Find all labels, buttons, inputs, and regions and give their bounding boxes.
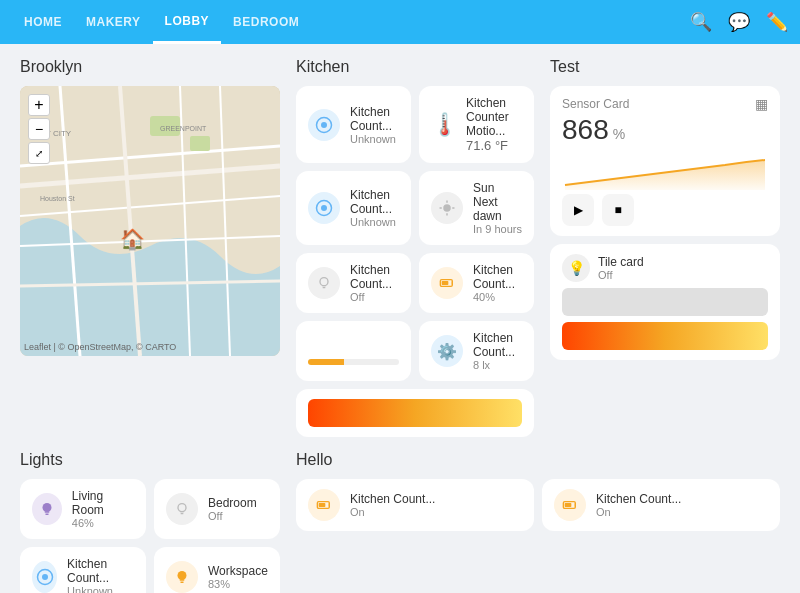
tile-gradient-bar bbox=[562, 322, 768, 350]
living-room-name: Living Room bbox=[72, 489, 134, 517]
battery-card-status: 40% bbox=[473, 291, 522, 303]
kitchen-section: Kitchen Kitchen Count...Unknown 🌡️ Kitch… bbox=[296, 58, 534, 437]
sensor-card-unit: % bbox=[613, 126, 625, 142]
navigation: HOME MAKERY LOBBY BEDROOM 🔍 💬 ✏️ bbox=[0, 0, 800, 44]
kitchen-card-lux[interactable]: ⚙️ Kitchen Count...8 lx bbox=[419, 321, 534, 381]
svg-point-32 bbox=[178, 571, 187, 580]
kitchen-card-dawn[interactable]: Sun Next dawnIn 9 hours bbox=[419, 171, 534, 245]
battery-card-name: Kitchen Count... bbox=[473, 263, 522, 291]
tile-card-title: Tile card bbox=[598, 255, 644, 269]
kitchen-card-0[interactable]: Kitchen Count...Unknown bbox=[296, 86, 411, 163]
edit-icon[interactable]: ✏️ bbox=[766, 11, 788, 33]
hello-battery-icon-0 bbox=[308, 489, 340, 521]
slider-track[interactable] bbox=[308, 359, 399, 365]
kitchen-card-0-icon bbox=[308, 109, 340, 141]
hello-card-1[interactable]: Kitchen Count...On bbox=[542, 479, 780, 531]
svg-rect-34 bbox=[319, 503, 326, 507]
lux-card-name: Kitchen Count... bbox=[473, 331, 522, 359]
kitchen-card-battery[interactable]: Kitchen Count...40% bbox=[419, 253, 534, 313]
battery-icon bbox=[431, 267, 463, 299]
brooklyn-title: Brooklyn bbox=[20, 58, 280, 76]
svg-point-28 bbox=[42, 503, 51, 512]
kitchen-card-0-status: Unknown bbox=[350, 133, 399, 145]
svg-text:GREENPOINT: GREENPOINT bbox=[160, 125, 207, 132]
kitchen-gradient-card bbox=[296, 389, 534, 437]
map-zoom-out[interactable]: − bbox=[28, 118, 50, 140]
sensor-play-button[interactable]: ▶ bbox=[562, 194, 594, 226]
map-container: ABET CITY GREENPOINT Houston St 🏠 + − ⤢ … bbox=[20, 86, 280, 356]
search-icon[interactable]: 🔍 bbox=[690, 11, 712, 33]
kitchen-motion-card[interactable]: 🌡️ Kitchen Counter Motio... 71.6 °F bbox=[419, 86, 534, 163]
gear-icon: ⚙️ bbox=[431, 335, 463, 367]
kitchen-off-name: Kitchen Count... bbox=[350, 263, 399, 291]
sensor-controls: ▶ ■ bbox=[562, 194, 768, 226]
kitchen-card-1-name: Kitchen Count... bbox=[350, 188, 399, 216]
svg-text:🏠: 🏠 bbox=[120, 227, 145, 251]
kitchen-card-1[interactable]: Kitchen Count...Unknown bbox=[296, 171, 411, 245]
kitchen-title: Kitchen bbox=[296, 58, 534, 76]
lights-card-kitchen[interactable]: Kitchen Count...Unknown bbox=[20, 547, 146, 593]
bedroom-name: Bedroom bbox=[208, 496, 257, 510]
workspace-icon bbox=[166, 561, 198, 593]
nav-item-lobby[interactable]: LOBBY bbox=[153, 0, 222, 44]
hello-section: Hello Kitchen Count...On Kitchen Count..… bbox=[296, 451, 780, 593]
brooklyn-section: Brooklyn bbox=[20, 58, 280, 437]
sensor-card-value: 868 bbox=[562, 114, 609, 146]
chat-icon[interactable]: 💬 bbox=[728, 11, 750, 33]
sensor-grid-icon: ▦ bbox=[755, 96, 768, 112]
kitchen-light-icon bbox=[32, 561, 57, 593]
motion-card-temp: 71.6 °F bbox=[466, 138, 522, 153]
bedroom-status: Off bbox=[208, 510, 257, 522]
bedroom-icon bbox=[166, 493, 198, 525]
svg-rect-11 bbox=[190, 136, 210, 151]
svg-point-25 bbox=[320, 278, 328, 286]
nav-item-home[interactable]: HOME bbox=[12, 0, 74, 44]
lights-card-living-room[interactable]: Living Room46% bbox=[20, 479, 146, 539]
motion-card-name: Kitchen Counter Motio... bbox=[466, 96, 522, 138]
living-room-icon bbox=[32, 493, 62, 525]
kitchen-off-status: Off bbox=[350, 291, 399, 303]
svg-point-19 bbox=[321, 205, 327, 211]
svg-text:Houston St: Houston St bbox=[40, 195, 75, 202]
test-section: Test Sensor Card ▦ 868 % bbox=[550, 58, 780, 437]
hello-card-1-name: Kitchen Count... bbox=[596, 492, 681, 506]
sensor-stop-button[interactable]: ■ bbox=[602, 194, 634, 226]
kitchen-card-off[interactable]: Kitchen Count...Off bbox=[296, 253, 411, 313]
sensor-card-title: Sensor Card bbox=[562, 97, 629, 111]
lights-card-workspace[interactable]: Workspace83% bbox=[154, 547, 280, 593]
kitchen-card-1-status: Unknown bbox=[350, 216, 399, 228]
lux-card-status: 8 lx bbox=[473, 359, 522, 371]
dawn-card-status: In 9 hours bbox=[473, 223, 522, 235]
map-background: ABET CITY GREENPOINT Houston St 🏠 bbox=[20, 86, 280, 356]
map-zoom-in[interactable]: + bbox=[28, 94, 50, 116]
workspace-status: 83% bbox=[208, 578, 268, 590]
thermometer-icon: 🌡️ bbox=[431, 112, 458, 138]
hello-card-0-status: On bbox=[350, 506, 435, 518]
lights-section: Lights Living Room46% BedroomOff bbox=[20, 451, 280, 593]
map-expand[interactable]: ⤢ bbox=[28, 142, 50, 164]
nav-item-bedroom[interactable]: BEDROOM bbox=[221, 0, 311, 44]
living-room-status: 46% bbox=[72, 517, 134, 529]
hello-title: Hello bbox=[296, 451, 780, 469]
tile-color-bar-gray bbox=[562, 288, 768, 316]
hello-card-0-name: Kitchen Count... bbox=[350, 492, 435, 506]
kitchen-light-name: Kitchen Count... bbox=[67, 557, 134, 585]
tile-card-status: Off bbox=[598, 269, 644, 281]
sensor-chart bbox=[562, 150, 768, 190]
svg-point-17 bbox=[321, 122, 327, 128]
hello-card-1-status: On bbox=[596, 506, 681, 518]
sensor-card: Sensor Card ▦ 868 % bbox=[550, 86, 780, 236]
lights-card-bedroom[interactable]: BedroomOff bbox=[154, 479, 280, 539]
workspace-name: Workspace bbox=[208, 564, 268, 578]
svg-point-31 bbox=[42, 574, 48, 580]
dawn-card-name: Sun Next dawn bbox=[473, 181, 522, 223]
svg-rect-27 bbox=[442, 281, 449, 285]
kitchen-slider-card[interactable] bbox=[296, 321, 411, 381]
svg-point-29 bbox=[178, 504, 186, 512]
tile-card: 💡 Tile card Off bbox=[550, 244, 780, 360]
nav-item-makery[interactable]: MAKERY bbox=[74, 0, 153, 44]
kitchen-card-0-name: Kitchen Count... bbox=[350, 105, 399, 133]
hello-battery-icon-1 bbox=[554, 489, 586, 521]
hello-card-0[interactable]: Kitchen Count...On bbox=[296, 479, 534, 531]
sun-icon bbox=[431, 192, 463, 224]
